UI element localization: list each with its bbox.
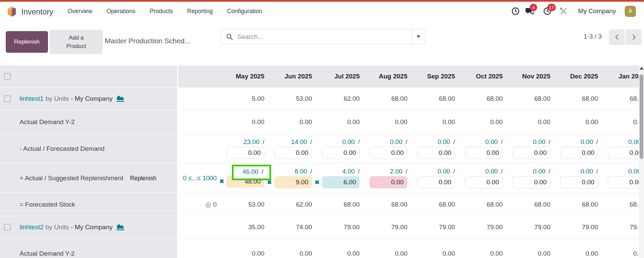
quantity-input[interactable] bbox=[274, 176, 312, 188]
add-product-button[interactable]: Add a Product bbox=[50, 30, 103, 54]
target-icon: ◎ bbox=[205, 201, 211, 209]
mps-cell: 68.00 bbox=[600, 87, 644, 110]
menu-products[interactable]: Products bbox=[150, 8, 173, 15]
forecast-value-link[interactable]: 0.00 bbox=[533, 138, 545, 145]
quantity-input[interactable] bbox=[608, 176, 644, 188]
inventory-app-icon[interactable] bbox=[7, 6, 17, 17]
product-name-link[interactable]: linhtest2 bbox=[20, 224, 44, 231]
quantity-input[interactable] bbox=[322, 176, 360, 188]
replenish-row-button[interactable]: Replenish bbox=[130, 175, 157, 182]
scroll-up-arrow-icon[interactable] bbox=[640, 67, 644, 70]
quantity-input[interactable] bbox=[560, 147, 598, 159]
table-body: linhtest1by Units- My Company5.0053.0062… bbox=[0, 87, 644, 258]
quantity-input[interactable] bbox=[465, 176, 503, 188]
input-line bbox=[560, 147, 598, 159]
clear-x-icon[interactable]: ✖ bbox=[315, 179, 319, 186]
forecast-line: 23.00 / bbox=[243, 138, 264, 146]
forecast-line: 2.00 / bbox=[390, 168, 407, 175]
row-label-cell: linhtest1by Units- My Company bbox=[0, 87, 178, 110]
quantity-input[interactable] bbox=[274, 147, 312, 159]
row-checkbox[interactable] bbox=[4, 95, 11, 102]
mps-cell: 62.00 bbox=[314, 87, 362, 110]
forecast-value-link[interactable]: 23.00 bbox=[243, 138, 260, 145]
app-name[interactable]: Inventory bbox=[21, 7, 53, 17]
input-line: ✖ bbox=[315, 176, 360, 188]
slash-separator: / bbox=[451, 168, 455, 175]
row-lead-cell bbox=[178, 134, 219, 163]
pager-next-button[interactable] bbox=[626, 29, 642, 45]
row-lead-cell bbox=[178, 87, 219, 110]
mps-cell: 0.00 bbox=[409, 110, 457, 134]
forecast-value-link[interactable]: 14.00 bbox=[291, 138, 307, 145]
area-chart-icon[interactable] bbox=[116, 95, 125, 102]
tools-icon[interactable] bbox=[559, 7, 568, 16]
quantity-input[interactable] bbox=[608, 147, 644, 159]
mps-cell: 0.00 / bbox=[505, 163, 552, 193]
forecast-line: 8.00 / bbox=[294, 168, 312, 175]
input-line bbox=[560, 176, 598, 188]
dropdown-caret-icon bbox=[416, 36, 421, 38]
row-label: - Actual / Forecasted Demand bbox=[20, 145, 104, 153]
menu-overview[interactable]: Overview bbox=[68, 8, 92, 15]
slash-separator: / bbox=[499, 168, 503, 175]
mps-cell: 0.00 bbox=[362, 110, 409, 134]
forecast-value-link[interactable]: 0.00 bbox=[580, 138, 593, 145]
quantity-input[interactable] bbox=[417, 147, 455, 159]
select-all-checkbox[interactable] bbox=[4, 73, 11, 80]
forecast-value-link[interactable]: 0.00 bbox=[485, 138, 498, 145]
row-label-cell: linhtest2by Units- My Company bbox=[0, 216, 178, 238]
forecast-value-link[interactable]: 0.00 bbox=[580, 168, 593, 175]
mps-cell: 53.00 bbox=[266, 87, 314, 110]
slash-separator: / bbox=[594, 138, 598, 145]
area-chart-icon[interactable] bbox=[116, 224, 125, 231]
replenish-button[interactable]: Replenish bbox=[6, 31, 48, 53]
forecast-value-link[interactable]: 0.00 bbox=[437, 138, 450, 145]
clear-x-icon[interactable]: ✖ bbox=[219, 178, 224, 185]
forecast-value-link[interactable]: 0.00 bbox=[437, 168, 450, 175]
quantity-input[interactable] bbox=[369, 176, 407, 188]
stock-target-indicator[interactable]: ◎0 bbox=[205, 201, 217, 209]
quantity-input[interactable] bbox=[417, 176, 455, 188]
add-product-label: Add a Product bbox=[61, 33, 92, 51]
quantity-input[interactable] bbox=[322, 147, 360, 159]
mps-cell: 68.00 bbox=[362, 193, 409, 216]
quantity-input[interactable] bbox=[512, 147, 550, 159]
quantity-input[interactable] bbox=[465, 147, 503, 159]
quantity-input[interactable] bbox=[369, 147, 407, 159]
forecast-value-link[interactable]: 0.00 bbox=[485, 168, 498, 175]
menu-reporting[interactable]: Reporting bbox=[187, 8, 213, 15]
slash-separator: / bbox=[547, 168, 550, 175]
forecast-value-link[interactable]: 8.00 bbox=[294, 168, 307, 175]
search-input[interactable] bbox=[237, 33, 412, 41]
slash-separator: / bbox=[308, 138, 312, 145]
mps-cell: 68.00 bbox=[552, 193, 600, 216]
mps-cell: 79.00 bbox=[600, 216, 644, 238]
user-avatar[interactable]: A bbox=[625, 6, 636, 17]
scrollbar-thumb[interactable] bbox=[640, 74, 643, 159]
product-name-link[interactable]: linhtest1 bbox=[20, 95, 44, 102]
pager-previous-button[interactable] bbox=[609, 29, 625, 45]
top-navbar: Inventory Overview Operations Products R… bbox=[0, 2, 644, 21]
quantity-input[interactable] bbox=[512, 176, 550, 188]
input-line bbox=[417, 176, 455, 188]
search-dropdown-toggle[interactable] bbox=[412, 29, 425, 44]
row-checkbox[interactable] bbox=[4, 224, 11, 231]
company-switcher[interactable]: My Company bbox=[578, 7, 616, 15]
forecast-value-link[interactable]: 0.00 bbox=[390, 138, 402, 145]
menu-operations[interactable]: Operations bbox=[106, 8, 136, 15]
activity-clock-icon[interactable]: 17 bbox=[543, 7, 552, 16]
quantity-input[interactable] bbox=[226, 147, 264, 159]
systray: 4 17 My Company A bbox=[511, 2, 644, 21]
forecast-value-link[interactable]: 2.00 bbox=[390, 168, 402, 175]
menu-configuration[interactable]: Configuration bbox=[227, 8, 262, 15]
quantity-input[interactable] bbox=[560, 176, 598, 188]
messages-icon[interactable]: 4 bbox=[525, 7, 534, 16]
replenishment-range-link[interactable]: 0 ≤...≤ 1000 bbox=[183, 174, 217, 182]
forecast-value-link[interactable]: 46.00 bbox=[242, 168, 259, 175]
forecast-value-link[interactable]: 4.00 bbox=[342, 168, 355, 175]
forecast-value-link[interactable]: 0.00 bbox=[342, 138, 355, 145]
forecast-value-link[interactable]: 0.00 bbox=[533, 168, 545, 175]
column-header: May 2025 bbox=[219, 66, 266, 87]
column-header: Jan 2026 bbox=[600, 66, 644, 87]
clock-icon[interactable] bbox=[511, 7, 520, 16]
